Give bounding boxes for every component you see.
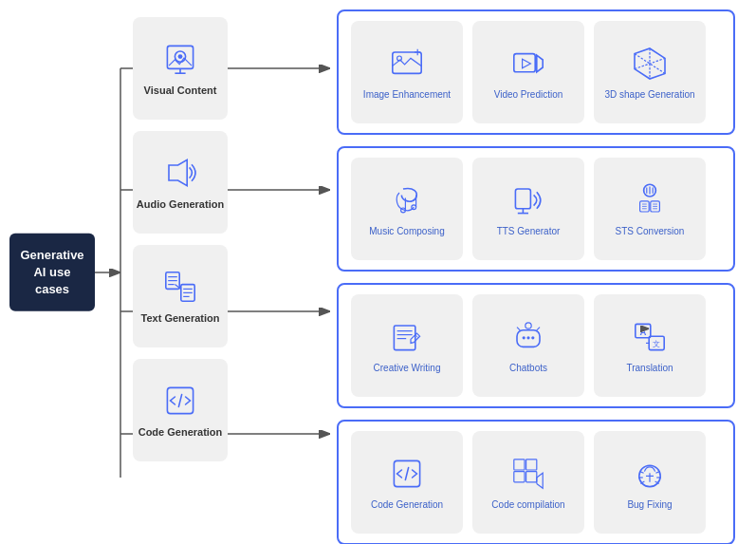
code-generation-panel-label: Code Generation bbox=[371, 498, 443, 511]
code-generation-icon bbox=[388, 455, 426, 493]
bug-fixing-label: Bug Fixing bbox=[627, 498, 672, 511]
svg-point-67 bbox=[526, 336, 529, 339]
svg-point-13 bbox=[178, 54, 183, 59]
svg-line-26 bbox=[178, 394, 181, 406]
text-panel: Creative Writing Chatbots bbox=[337, 283, 735, 408]
svg-rect-82 bbox=[526, 471, 537, 481]
audio-generation-label: Audio Generation bbox=[137, 197, 224, 211]
svg-marker-32 bbox=[537, 55, 543, 72]
main-box-label2: AI use cases bbox=[33, 264, 70, 295]
sts-conversion-label: STS Conversion bbox=[616, 225, 685, 237]
code-generation-mid-label: Code Generation bbox=[138, 425, 223, 439]
bug-fixing-item: Bug Fixing bbox=[594, 431, 706, 534]
code-compilation-item: Code compilation bbox=[472, 431, 584, 534]
chatbots-icon bbox=[509, 318, 547, 356]
svg-line-87 bbox=[640, 471, 644, 473]
sts-conversion-icon bbox=[631, 181, 669, 219]
code-generation-item: Code Generation bbox=[351, 431, 463, 534]
3d-shape-generation-item: 3D shape Generation bbox=[594, 21, 706, 123]
music-composing-item: Music Composing bbox=[351, 158, 463, 260]
svg-text:A: A bbox=[640, 326, 647, 336]
main-box: Generative AI use cases bbox=[9, 233, 95, 311]
bug-fixing-icon bbox=[631, 455, 669, 493]
svg-marker-16 bbox=[169, 159, 187, 185]
diagram: Generative AI use cases Visual Content bbox=[0, 0, 756, 544]
video-prediction-label: Video Prediction bbox=[494, 88, 563, 101]
visual-content-label: Visual Content bbox=[144, 84, 217, 97]
svg-point-68 bbox=[531, 336, 534, 339]
svg-point-66 bbox=[523, 336, 526, 339]
chatbots-item: Chatbots bbox=[472, 294, 584, 397]
creative-writing-icon bbox=[388, 318, 426, 356]
image-enhancement-icon bbox=[388, 45, 426, 83]
svg-line-78 bbox=[405, 467, 408, 479]
video-prediction-item: Video Prediction bbox=[472, 21, 584, 123]
3d-shape-generation-icon bbox=[631, 45, 669, 83]
translation-icon: A 文 bbox=[631, 318, 669, 356]
visual-content-icon bbox=[161, 40, 199, 78]
svg-line-88 bbox=[655, 471, 659, 473]
mid-item-text: Text Generation bbox=[133, 245, 228, 347]
tts-generator-label: TTS Generator bbox=[497, 225, 561, 237]
svg-rect-42 bbox=[515, 189, 530, 209]
code-compilation-label: Code compilation bbox=[491, 498, 564, 511]
svg-point-64 bbox=[526, 322, 531, 328]
image-enhancement-label: Image Enhancement bbox=[363, 88, 451, 101]
tts-generator-item: TTS Generator bbox=[472, 158, 584, 260]
main-box-label: Generative bbox=[20, 247, 83, 261]
creative-writing-item: Creative Writing bbox=[351, 294, 463, 397]
visual-panel: Image Enhancement Video Prediction bbox=[337, 9, 735, 135]
translation-label: Translation bbox=[626, 362, 673, 374]
mid-item-code: Code Generation bbox=[133, 359, 228, 461]
svg-rect-81 bbox=[514, 471, 525, 481]
creative-writing-label: Creative Writing bbox=[374, 362, 441, 374]
svg-text:文: 文 bbox=[653, 339, 660, 347]
code-generation-mid-icon bbox=[161, 382, 199, 420]
svg-rect-31 bbox=[514, 53, 535, 71]
translation-item: A 文 Translation bbox=[594, 294, 706, 397]
code-panel: Code Generation Code compilation bbox=[337, 420, 735, 544]
svg-rect-80 bbox=[526, 459, 537, 469]
text-generation-icon bbox=[161, 268, 199, 306]
image-enhancement-item: Image Enhancement bbox=[351, 21, 463, 123]
mid-column: Visual Content Audio Generation bbox=[133, 17, 228, 461]
svg-line-69 bbox=[517, 327, 520, 329]
mid-item-audio: Audio Generation bbox=[133, 131, 228, 234]
svg-line-70 bbox=[537, 327, 540, 329]
music-composing-icon bbox=[388, 181, 426, 219]
audio-panel: Music Composing TTS Generator bbox=[337, 146, 735, 272]
mid-item-visual: Visual Content bbox=[133, 17, 228, 120]
right-panels: Image Enhancement Video Prediction bbox=[337, 9, 735, 544]
tts-generator-icon bbox=[509, 181, 547, 219]
svg-rect-79 bbox=[514, 459, 525, 469]
audio-generation-icon bbox=[161, 154, 199, 192]
3d-shape-generation-label: 3D shape Generation bbox=[604, 88, 694, 101]
chatbots-label: Chatbots bbox=[509, 362, 547, 374]
music-composing-label: Music Composing bbox=[369, 225, 444, 237]
video-prediction-icon bbox=[509, 45, 547, 83]
text-generation-label: Text Generation bbox=[141, 311, 220, 325]
svg-marker-33 bbox=[523, 59, 531, 68]
sts-conversion-item: STS Conversion bbox=[594, 158, 706, 260]
code-compilation-icon bbox=[509, 455, 547, 493]
